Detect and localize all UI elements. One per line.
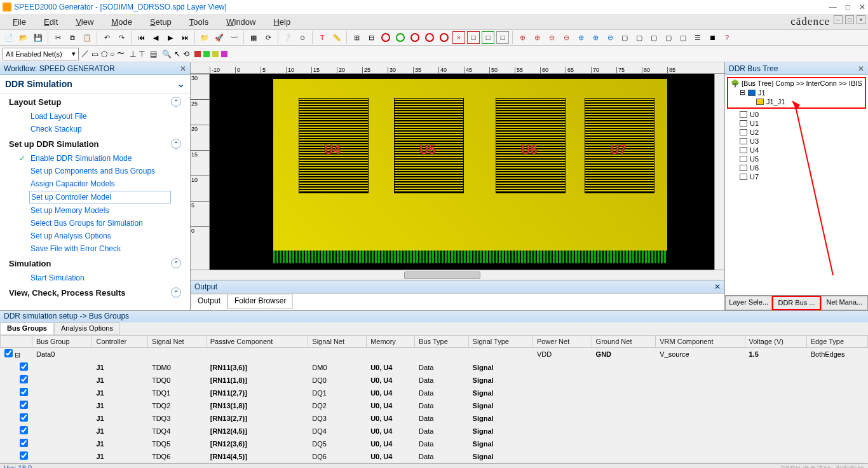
row-checkbox[interactable] xyxy=(20,375,28,383)
circle-red-icon[interactable] xyxy=(381,33,390,42)
wave-icon[interactable]: 〰 xyxy=(227,31,240,44)
target-icon[interactable]: ⊕ xyxy=(574,31,587,44)
wf-assign-capacitor[interactable]: Assign Capacitor Models xyxy=(0,177,190,190)
plus-red-icon[interactable]: ⊕ xyxy=(516,31,529,44)
column-header[interactable]: Ground Net xyxy=(592,336,656,348)
mdi-restore[interactable]: □ xyxy=(845,15,854,24)
menu-edit[interactable]: Edit xyxy=(44,17,58,27)
refresh-icon[interactable]: ⟳ xyxy=(262,31,275,44)
table-row[interactable]: J1TDQ1[RN11(2,7)]DQ1U0, U4DataSignal xyxy=(1,387,868,399)
horizontal-scrollbar[interactable] xyxy=(191,270,724,280)
menu-setup[interactable]: Setup xyxy=(150,17,172,27)
undo-icon[interactable]: ↶ xyxy=(100,31,113,44)
wf-save-file[interactable]: Save File with Error Check xyxy=(0,242,190,255)
wf-check-stackup[interactable]: Check Stackup xyxy=(0,123,190,135)
snap1-icon[interactable]: ⊥ xyxy=(130,50,136,59)
zoom-icon[interactable]: 🔍 xyxy=(162,50,172,59)
tool-rect-icon[interactable]: ▭ xyxy=(92,50,98,59)
table-row[interactable]: J1TDM0[RN11(3,6)]DM0U0, U4DataSignal xyxy=(1,361,868,374)
help-icon[interactable]: ❔ xyxy=(281,31,294,44)
column-header[interactable]: Controller xyxy=(92,336,147,348)
tab-ddr-bus[interactable]: DDR Bus ... xyxy=(772,296,820,310)
green-sq-icon[interactable] xyxy=(203,51,210,57)
ruler-icon[interactable]: 📏 xyxy=(330,31,343,44)
menu-window[interactable]: Window xyxy=(226,17,255,27)
column-header[interactable]: Bus Type xyxy=(415,336,469,348)
wf-setup-controller[interactable]: Set up Controller Model xyxy=(29,191,171,203)
new-icon[interactable]: 📄 xyxy=(3,31,15,44)
tab-folder-browser[interactable]: Folder Browser xyxy=(227,294,293,309)
circle-red2-icon[interactable] xyxy=(410,33,419,42)
minimize-button[interactable]: — xyxy=(829,3,837,11)
tool-circle-icon[interactable]: ○ xyxy=(110,50,114,59)
grid2-icon[interactable]: ⊞ xyxy=(350,31,363,44)
minus-red2-icon[interactable]: ⊖ xyxy=(560,31,573,44)
close-button[interactable]: ✕ xyxy=(859,3,865,11)
tree-node-u4[interactable]: U4 xyxy=(727,146,866,155)
launch-icon[interactable]: 🚀 xyxy=(213,31,226,44)
workflow-close-icon[interactable]: ✕ xyxy=(180,64,186,73)
tool-trace-icon[interactable]: 〜 xyxy=(117,48,125,59)
tab-bus-groups[interactable]: Bus Groups xyxy=(0,322,54,335)
wf-setup-components[interactable]: Set up Components and Bus Groups xyxy=(0,165,190,177)
circle-red3-icon[interactable] xyxy=(425,33,434,42)
play-next-icon[interactable]: ⏭ xyxy=(179,31,191,44)
column-header[interactable]: Signal Net xyxy=(308,336,367,348)
table-row[interactable]: J1TDQ6[RN14(4,5)]DQ6U0, U4DataSignal xyxy=(1,450,868,463)
list-icon[interactable]: ☰ xyxy=(691,31,704,44)
folder-icon[interactable]: 📁 xyxy=(198,31,211,44)
table-row[interactable]: J1TDQ2[RN13(1,8)]DQ2U0, U4DataSignal xyxy=(1,399,868,412)
column-header[interactable]: Signal Type xyxy=(468,336,532,348)
wf-analysis-options[interactable]: Set up Analysis Options xyxy=(0,230,190,242)
section-setup-ddr[interactable]: Set up DDR Simulation⌃ xyxy=(0,135,190,152)
open-icon[interactable]: 📂 xyxy=(17,31,30,44)
vertical-scrollbar[interactable] xyxy=(714,74,724,270)
tab-layer-selection[interactable]: Layer Sele... xyxy=(725,296,772,310)
group-row[interactable]: ⊟Data0VDDGNDV_source1.5BothEdges xyxy=(1,348,868,361)
grid3-icon[interactable]: ⊟ xyxy=(365,31,377,44)
table-row[interactable]: J1TDQ4[RN12(4,5)]DQ4U0, U4DataSignal xyxy=(1,425,868,437)
section-simulation[interactable]: Simulation⌃ xyxy=(0,255,190,272)
tree-node-u7[interactable]: U7 xyxy=(727,172,866,181)
ddr-tree-close-icon[interactable]: ✕ xyxy=(858,64,864,73)
table-row[interactable]: J1TDQ5[RN12(3,6)]DQ5U0, U4DataSignal xyxy=(1,437,868,450)
row-checkbox[interactable] xyxy=(20,451,28,460)
row-checkbox[interactable] xyxy=(20,388,28,396)
tool-poly-icon[interactable]: ⬠ xyxy=(101,50,107,59)
minus-red-icon[interactable]: ⊖ xyxy=(545,31,558,44)
output-close-icon[interactable]: ✕ xyxy=(714,282,721,291)
tree-node-u6[interactable]: U6 xyxy=(727,163,866,172)
pointer-icon[interactable]: ↖ xyxy=(174,50,180,59)
tree-node-u1[interactable]: U1 xyxy=(727,119,866,128)
box-x-icon[interactable]: × xyxy=(452,31,465,44)
plus-blue-icon[interactable]: ⊕ xyxy=(589,31,602,44)
wf-start-simulation[interactable]: Start Simulation xyxy=(0,272,190,284)
red-sq-icon[interactable] xyxy=(194,51,201,57)
wf-select-bus-groups[interactable]: Select Bus Groups for Simulation xyxy=(0,217,190,230)
menu-file[interactable]: File xyxy=(13,17,26,27)
sq3-icon[interactable]: ▢ xyxy=(648,31,660,44)
maximize-button[interactable]: □ xyxy=(846,3,850,11)
tree-node-u2[interactable]: U2 xyxy=(727,128,866,137)
mdi-minimize[interactable]: – xyxy=(834,15,843,24)
play-icon[interactable]: ▶ xyxy=(164,31,177,44)
cut-icon[interactable]: ✂ xyxy=(51,31,64,44)
save-icon[interactable]: 💾 xyxy=(32,31,44,44)
box-gray-icon[interactable]: □ xyxy=(496,31,509,44)
menu-tools[interactable]: Tools xyxy=(189,17,208,27)
column-header[interactable]: VRM Component xyxy=(656,336,745,348)
net-dropdown[interactable]: All Enabled Net(s) ▾ xyxy=(3,48,79,60)
table-row[interactable]: J1TDQ3[RN13(2,7)]DQ3U0, U4DataSignal xyxy=(1,412,868,425)
copy-icon[interactable]: ⧉ xyxy=(66,31,79,44)
row-checkbox[interactable] xyxy=(20,439,28,447)
column-header[interactable]: Voltage (V) xyxy=(745,336,806,348)
yellow-sq-icon[interactable] xyxy=(212,51,219,57)
rotate-icon[interactable]: ⟲ xyxy=(183,50,189,59)
row-checkbox[interactable] xyxy=(20,413,28,422)
row-checkbox[interactable] xyxy=(20,426,28,434)
ddr-simulation-title[interactable]: DDR Simulation ⌄ xyxy=(0,75,190,93)
circle-green-icon[interactable] xyxy=(396,33,405,42)
circle-red4-icon[interactable] xyxy=(440,33,449,42)
tab-output[interactable]: Output xyxy=(191,294,227,309)
mdi-close[interactable]: × xyxy=(857,15,865,24)
